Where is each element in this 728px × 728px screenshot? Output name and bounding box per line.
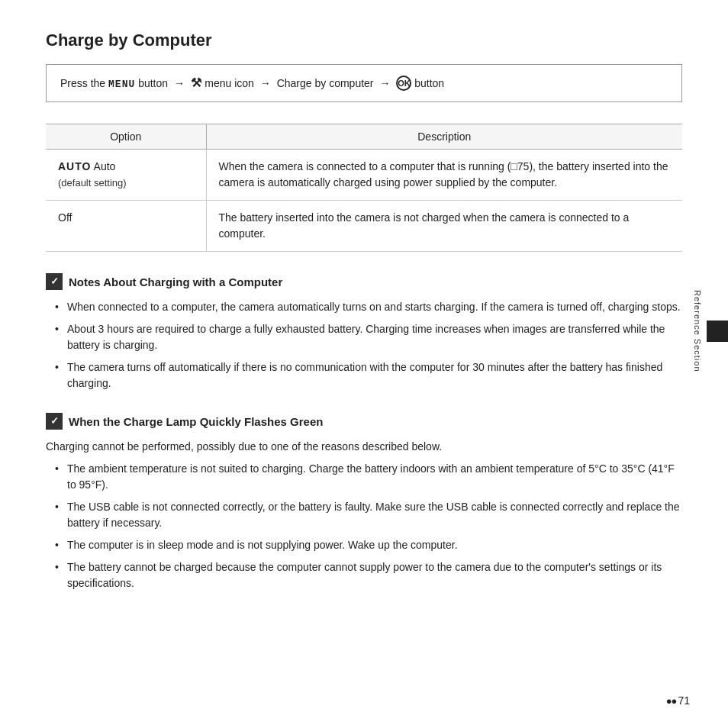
note2-bullet-list: The ambient temperature is not suited to…: [46, 461, 682, 591]
table-row: Off The battery inserted into the camera…: [46, 201, 682, 252]
option-auto-cell: AUTO Auto (default setting): [46, 150, 206, 201]
sidebar-tab: [707, 321, 728, 342]
description-auto-cell: When the camera is connected to a comput…: [206, 150, 682, 201]
check-icon-1: ✓: [46, 273, 63, 290]
ok-icon: OK: [396, 76, 411, 91]
list-item: The USB cable is not connected correctly…: [55, 499, 682, 531]
auto-text: Auto: [94, 160, 116, 172]
default-setting-text: (default setting): [58, 177, 127, 188]
list-item: The battery cannot be charged because th…: [55, 559, 682, 591]
table-row: AUTO Auto (default setting) When the cam…: [46, 150, 682, 201]
check-icon-2: ✓: [46, 413, 63, 430]
list-item: The computer is in sleep mode and is not…: [55, 537, 682, 553]
description-off-cell: The battery inserted into the camera is …: [206, 201, 682, 252]
arrow-2: →: [260, 77, 271, 89]
menu-icon: ⚒: [191, 76, 205, 89]
note1-header: ✓ Notes About Charging with a Computer: [46, 273, 682, 290]
menu-icon-text: menu icon: [205, 77, 256, 89]
arrow-1: →: [174, 77, 185, 89]
note1-bullet-list: When connected to a computer, the camera…: [46, 299, 682, 391]
page-number-area: ●● 71: [666, 694, 690, 707]
note2-title: When the Charge Lamp Quickly Flashes Gre…: [69, 415, 323, 428]
note2-intro: Charging cannot be performed, possibly d…: [46, 439, 682, 455]
option-off-cell: Off: [46, 201, 206, 252]
charge-by-computer-text: Charge by computer: [277, 77, 377, 89]
menu-path-box: Press the MENU button → ⚒ menu icon → Ch…: [46, 64, 682, 102]
note-charge-lamp: ✓ When the Charge Lamp Quickly Flashes G…: [46, 413, 682, 591]
arrow-3: →: [379, 77, 390, 89]
list-item: About 3 hours are required to charge a f…: [55, 321, 682, 353]
col-option-header: Option: [46, 124, 206, 150]
list-item: The camera turns off automatically if th…: [55, 359, 682, 391]
options-table: Option Description AUTO Auto (default se…: [46, 124, 682, 252]
page-title: Charge by Computer: [46, 31, 682, 50]
reference-section-label: Reference Section: [693, 290, 702, 372]
menu-path-button: button: [138, 77, 171, 89]
note2-header: ✓ When the Charge Lamp Quickly Flashes G…: [46, 413, 682, 430]
list-item: When connected to a computer, the camera…: [55, 299, 682, 315]
col-description-header: Description: [206, 124, 682, 150]
list-item: The ambient temperature is not suited to…: [55, 461, 682, 493]
button-label: button: [414, 77, 444, 89]
menu-key: MENU: [108, 79, 135, 90]
menu-path-prefix: Press the: [60, 77, 108, 89]
note1-title: Notes About Charging with a Computer: [69, 275, 282, 288]
auto-label: AUTO: [58, 160, 91, 172]
connector-symbol: ●●: [666, 695, 677, 707]
page-number: 71: [678, 694, 690, 707]
note-charging-computer: ✓ Notes About Charging with a Computer W…: [46, 273, 682, 391]
